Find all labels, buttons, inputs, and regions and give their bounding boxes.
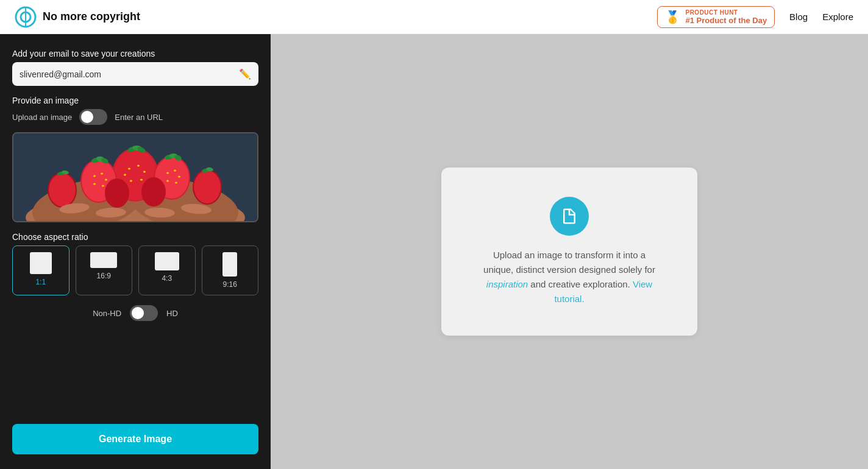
aspect-label-1-1: 1:1 — [35, 278, 46, 286]
aspect-label-4-3: 4:3 — [162, 274, 172, 283]
main-content: Upload an image to transform it into a u… — [271, 34, 868, 469]
image-section: Provide an image Upload an image Enter a… — [12, 96, 258, 222]
svg-point-32 — [178, 176, 180, 178]
aspect-label: Choose aspect ratio — [12, 232, 258, 242]
upload-desc-highlight: inspiration — [486, 279, 528, 289]
svg-point-47 — [141, 177, 166, 206]
svg-point-31 — [174, 170, 176, 172]
aspect-option-16-9[interactable]: 16:9 — [76, 245, 133, 295]
ph-rank: #1 Product of the Day — [685, 16, 767, 25]
generate-button[interactable]: Generate Image — [12, 424, 258, 454]
svg-point-39 — [49, 174, 76, 206]
image-toggle-row: Upload an image Enter an URL — [12, 109, 258, 125]
svg-point-34 — [166, 180, 169, 182]
aspect-box-9-16 — [222, 252, 237, 277]
hd-toggle-row: Non-HD HD — [12, 305, 258, 321]
header-left: No more copyright — [15, 6, 140, 28]
aspect-section: Choose aspect ratio 1:1 16:9 4:3 9:16 — [12, 232, 258, 295]
svg-point-10 — [137, 165, 140, 167]
ph-text: PRODUCT HUNT #1 Product of the Day — [685, 9, 767, 25]
main-layout: Add your email to save your creations ✏️… — [0, 34, 868, 469]
nav-blog[interactable]: Blog — [789, 12, 808, 22]
email-input-wrapper: ✏️ — [12, 62, 258, 86]
svg-point-43 — [194, 171, 221, 203]
svg-point-12 — [140, 179, 143, 181]
aspect-option-1-1[interactable]: 1:1 — [12, 245, 69, 295]
image-preview[interactable] — [12, 132, 258, 222]
svg-point-23 — [102, 185, 104, 187]
svg-point-46 — [105, 178, 129, 208]
upload-icon-circle — [550, 197, 589, 236]
header: No more copyright 🥇 PRODUCT HUNT #1 Prod… — [0, 0, 868, 34]
upload-desc-2: and creative exploration. — [528, 279, 633, 289]
aspect-option-9-16[interactable]: 9:16 — [202, 245, 259, 295]
file-icon — [560, 207, 578, 225]
aspect-label-16-9: 16:9 — [97, 272, 111, 280]
svg-point-33 — [175, 182, 177, 184]
product-hunt-badge[interactable]: 🥇 PRODUCT HUNT #1 Product of the Day — [657, 6, 775, 28]
aspect-box-4-3 — [155, 252, 179, 270]
logo-text: No more copyright — [43, 10, 140, 23]
upload-card: Upload an image to transform it into a u… — [441, 168, 697, 336]
edit-icon[interactable]: ✏️ — [239, 68, 251, 80]
upload-card-description: Upload an image to transform it into a u… — [478, 248, 661, 306]
logo-icon — [15, 6, 37, 28]
hd-label: HD — [166, 309, 178, 318]
toggle-url-label: Enter an URL — [115, 113, 163, 122]
svg-point-30 — [166, 172, 169, 174]
svg-point-24 — [93, 183, 96, 185]
aspect-option-4-3[interactable]: 4:3 — [138, 245, 196, 295]
header-right: 🥇 PRODUCT HUNT #1 Product of the Day Blo… — [657, 6, 853, 28]
medal-icon: 🥇 — [665, 10, 680, 24]
svg-point-22 — [105, 179, 107, 181]
nav-explore[interactable]: Explore — [822, 12, 853, 22]
ph-label: PRODUCT HUNT — [685, 9, 767, 16]
strawberry-image — [13, 133, 257, 221]
upload-desc-1: Upload an image to transform it into a u… — [483, 250, 655, 275]
email-input[interactable] — [20, 69, 234, 79]
image-source-toggle[interactable] — [79, 109, 107, 125]
image-label: Provide an image — [12, 96, 258, 105]
aspect-label-9-16: 9:16 — [223, 280, 237, 289]
hd-toggle[interactable] — [130, 305, 158, 321]
svg-point-21 — [101, 173, 103, 175]
email-section: Add your email to save your creations ✏️ — [12, 49, 258, 86]
aspect-box-1-1 — [30, 252, 52, 274]
non-hd-label: Non-HD — [93, 309, 121, 318]
sidebar: Add your email to save your creations ✏️… — [0, 34, 271, 469]
toggle-upload-label: Upload an image — [12, 113, 72, 122]
email-label: Add your email to save your creations — [12, 49, 258, 58]
aspect-box-16-9 — [90, 252, 117, 268]
aspect-grid: 1:1 16:9 4:3 9:16 — [12, 245, 258, 295]
